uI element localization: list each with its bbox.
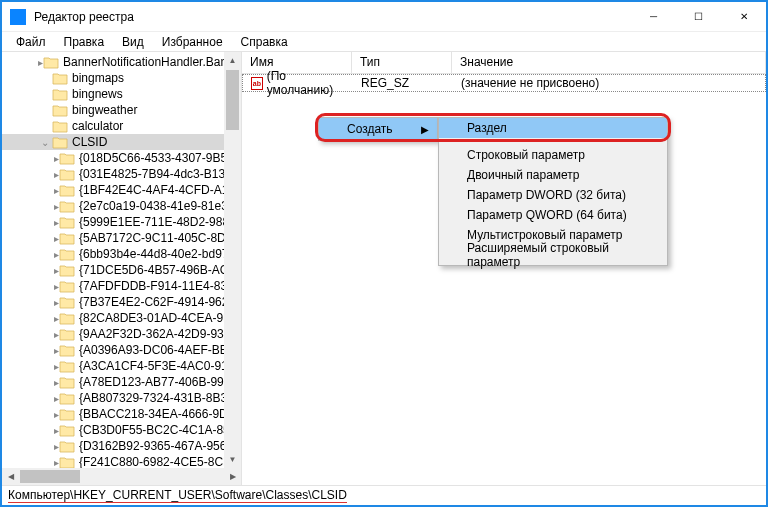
tree-label: {5999E1EE-711E-48D2-9884-851A [79, 215, 224, 229]
tree-node[interactable]: ▸{6bb93b4e-44d8-40e2-bd97-42d [2, 246, 224, 262]
ctx-sub-key[interactable]: Раздел [439, 118, 667, 138]
tree-node[interactable]: ▸{5AB7172C-9C11-405C-8DD5-AF [2, 230, 224, 246]
folder-icon [59, 376, 75, 389]
folder-icon [52, 120, 68, 133]
menu-favorites[interactable]: Избранное [154, 33, 231, 51]
tree-label: bingmaps [72, 71, 124, 85]
menu-file[interactable]: Файл [8, 33, 54, 51]
tree-horizontal-scrollbar[interactable]: ◀ ▶ [2, 468, 241, 485]
ctx-sub-dword[interactable]: Параметр DWORD (32 бита) [439, 185, 667, 205]
menu-view[interactable]: Вид [114, 33, 152, 51]
folder-icon [59, 248, 75, 261]
folder-icon [59, 184, 75, 197]
tree-label: {9AA2F32D-362A-42D9-9328-24A [79, 327, 224, 341]
tree-vertical-scrollbar[interactable]: ▲ ▼ [224, 52, 241, 468]
scroll-left-arrow-icon[interactable]: ◀ [2, 468, 19, 485]
ctx-sub-string[interactable]: Строковый параметр [439, 145, 667, 165]
titlebar: Редактор реестра ─ ☐ ✕ [2, 2, 766, 32]
tree-node[interactable]: bingmaps [2, 70, 224, 86]
tree-node[interactable]: ▸{A0396A93-DC06-4AEF-BEE9-95F [2, 342, 224, 358]
scroll-down-arrow-icon[interactable]: ▼ [224, 451, 241, 468]
scroll-up-arrow-icon[interactable]: ▲ [224, 52, 241, 69]
folder-icon [59, 264, 75, 277]
tree-node[interactable]: ▸{5999E1EE-711E-48D2-9884-851A [2, 214, 224, 230]
tree-node[interactable]: ▸{82CA8DE3-01AD-4CEA-9D75-BE [2, 310, 224, 326]
tree-label: {71DCE5D6-4B57-496B-AC21-CD [79, 263, 224, 277]
app-icon [10, 9, 26, 25]
tree-node[interactable]: ▸{A78ED123-AB77-406B-9962-2A5 [2, 374, 224, 390]
tree-node[interactable]: ▸{2e7c0a19-0438-41e9-81e3-3ad3c [2, 198, 224, 214]
col-type[interactable]: Тип [352, 52, 452, 73]
tree-label: {A3CA1CF4-5F3E-4AC0-91B9-0D [79, 359, 224, 373]
tree-label: {BBACC218-34EA-4666-9D7A-C7 [79, 407, 224, 421]
tree-label: {82CA8DE3-01AD-4CEA-9D75-BE [79, 311, 224, 325]
folder-icon [52, 104, 68, 117]
tree-node[interactable]: bingweather [2, 102, 224, 118]
expander-icon[interactable]: ⌄ [38, 137, 52, 148]
tree-node[interactable]: ▸BannerNotificationHandler.BannerN [2, 54, 224, 70]
folder-icon [59, 424, 75, 437]
tree-label: {7AFDFDDB-F914-11E4-8377-6C3 [79, 279, 224, 293]
tree-node[interactable]: bingnews [2, 86, 224, 102]
folder-icon [59, 280, 75, 293]
cell-name: ab (По умолчанию) [243, 69, 353, 97]
tree-node[interactable]: ▸{BBACC218-34EA-4666-9D7A-C7 [2, 406, 224, 422]
folder-icon [59, 456, 75, 469]
tree-node[interactable]: ▸{031E4825-7B94-4dc3-B131-E946 [2, 166, 224, 182]
tree-node[interactable]: ▸{AB807329-7324-431B-8B36-DBD [2, 390, 224, 406]
tree-label: {D3162B92-9365-467A-956B-923 [79, 439, 224, 453]
tree[interactable]: ▸BannerNotificationHandler.BannerNbingma… [2, 52, 224, 468]
tree-label: {2e7c0a19-0438-41e9-81e3-3ad3c [79, 199, 224, 213]
tree-label: {A0396A93-DC06-4AEF-BEE9-95F [79, 343, 224, 357]
col-value[interactable]: Значение [452, 52, 766, 73]
tree-label: {AB807329-7324-431B-8B36-DBD [79, 391, 224, 405]
tree-label: calculator [72, 119, 123, 133]
folder-icon [52, 88, 68, 101]
ctx-sub-binary[interactable]: Двоичный параметр [439, 165, 667, 185]
folder-icon [59, 392, 75, 405]
menu-edit[interactable]: Правка [56, 33, 113, 51]
scroll-thumb[interactable] [20, 470, 80, 483]
tree-label: {1BF42E4C-4AF4-4CFD-A1A0-CF [79, 183, 224, 197]
tree-node[interactable]: ▸{F241C880-6982-4CE5-8CF7-7085 [2, 454, 224, 468]
minimize-button[interactable]: ─ [631, 2, 676, 32]
tree-node[interactable]: ⌄CLSID [2, 134, 224, 150]
tree-node[interactable]: ▸{7B37E4E2-C62F-4914-9620-8FB5 [2, 294, 224, 310]
list-row[interactable]: ab (По умолчанию) REG_SZ (значение не пр… [242, 74, 766, 92]
tree-node[interactable]: ▸{018D5C66-4533-4307-9B53-224D [2, 150, 224, 166]
tree-label: {031E4825-7B94-4dc3-B131-E946 [79, 167, 224, 181]
tree-node[interactable]: ▸{7AFDFDDB-F914-11E4-8377-6C3 [2, 278, 224, 294]
folder-icon [59, 440, 75, 453]
ctx-create[interactable]: Создать ▶ [319, 118, 437, 140]
tree-node[interactable]: ▸{A3CA1CF4-5F3E-4AC0-91B9-0D [2, 358, 224, 374]
ctx-sub-qword[interactable]: Параметр QWORD (64 бита) [439, 205, 667, 225]
folder-icon [59, 296, 75, 309]
scroll-thumb[interactable] [226, 70, 239, 130]
tree-label: bingweather [72, 103, 137, 117]
folder-icon [59, 408, 75, 421]
folder-icon [59, 344, 75, 357]
submenu-arrow-icon: ▶ [421, 124, 429, 135]
tree-node[interactable]: ▸{71DCE5D6-4B57-496B-AC21-CD [2, 262, 224, 278]
folder-icon [59, 168, 75, 181]
folder-icon [59, 360, 75, 373]
string-value-icon: ab [251, 77, 263, 90]
tree-node[interactable]: calculator [2, 118, 224, 134]
tree-node[interactable]: ▸{D3162B92-9365-467A-956B-923 [2, 438, 224, 454]
close-button[interactable]: ✕ [721, 2, 766, 32]
tree-node[interactable]: ▸{1BF42E4C-4AF4-4CFD-A1A0-CF [2, 182, 224, 198]
tree-node[interactable]: ▸{9AA2F32D-362A-42D9-9328-24A [2, 326, 224, 342]
tree-label: {A78ED123-AB77-406B-9962-2A5 [79, 375, 224, 389]
ctx-sub-expandstring[interactable]: Расширяемый строковый параметр [439, 245, 667, 265]
tree-label: {CB3D0F55-BC2C-4C1A-85ED-23 [79, 423, 224, 437]
maximize-button[interactable]: ☐ [676, 2, 721, 32]
cell-value: (значение не присвоено) [453, 76, 765, 90]
tree-label: {7B37E4E2-C62F-4914-9620-8FB5 [79, 295, 224, 309]
folder-icon [59, 312, 75, 325]
tree-label: {5AB7172C-9C11-405C-8DD5-AF [79, 231, 224, 245]
context-menu: Создать ▶ [318, 117, 438, 141]
tree-label: {F241C880-6982-4CE5-8CF7-7085 [79, 455, 224, 468]
menu-help[interactable]: Справка [233, 33, 296, 51]
tree-node[interactable]: ▸{CB3D0F55-BC2C-4C1A-85ED-23 [2, 422, 224, 438]
scroll-right-arrow-icon[interactable]: ▶ [224, 468, 241, 485]
